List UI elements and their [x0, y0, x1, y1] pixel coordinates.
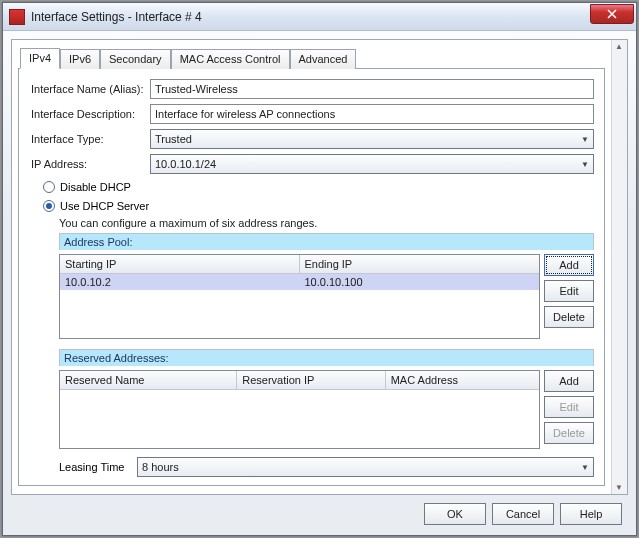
tab-advanced[interactable]: Advanced: [290, 49, 357, 69]
help-button[interactable]: Help: [560, 503, 622, 525]
reserved-table: Reserved Name Reservation IP MAC Address: [59, 370, 540, 449]
pool-body: 10.0.10.2 10.0.10.100: [60, 274, 539, 338]
reserved-body: [60, 390, 539, 448]
table-row[interactable]: 10.0.10.2 10.0.10.100: [60, 274, 539, 290]
label-interface-desc: Interface Description:: [31, 108, 146, 120]
pool-cell-start: 10.0.10.2: [60, 274, 300, 290]
tab-mac-access[interactable]: MAC Access Control: [171, 49, 290, 69]
combo-leasing-time[interactable]: 8 hours ▼: [137, 457, 594, 477]
tab-secondary[interactable]: Secondary: [100, 49, 171, 69]
radio-use-dhcp-row[interactable]: Use DHCP Server: [43, 200, 594, 212]
chevron-down-icon: ▼: [581, 135, 589, 144]
tab-ipv4[interactable]: IPv4: [20, 48, 60, 69]
radio-use-dhcp-label: Use DHCP Server: [60, 200, 149, 212]
app-icon: [9, 9, 25, 25]
tab-body: Interface Name (Alias): Interface Descri…: [18, 68, 605, 486]
ok-button[interactable]: OK: [424, 503, 486, 525]
combo-ip-address[interactable]: 10.0.10.1/24 ▼: [150, 154, 594, 174]
section-address-pool: Address Pool:: [59, 233, 594, 250]
pool-buttons: Add Edit Delete: [544, 254, 594, 339]
radio-disable-dhcp-label: Disable DHCP: [60, 181, 131, 193]
input-interface-name[interactable]: [150, 79, 594, 99]
input-interface-desc[interactable]: [150, 104, 594, 124]
dhcp-hint: You can configure a maximum of six addre…: [59, 217, 594, 229]
tabstrip: IPv4 IPv6 Secondary MAC Access Control A…: [18, 46, 605, 68]
titlebar: Interface Settings - Interface # 4: [3, 3, 636, 31]
radio-use-dhcp[interactable]: [43, 200, 55, 212]
row-interface-type: Interface Type: Trusted ▼: [31, 129, 594, 149]
dialog-window: Interface Settings - Interface # 4 IPv4 …: [2, 2, 637, 536]
address-pool-table: Starting IP Ending IP 10.0.10.2 10.0.10.…: [59, 254, 540, 339]
reserved-add-button[interactable]: Add: [544, 370, 594, 392]
reserved-header-row: Reserved Name Reservation IP MAC Address: [60, 371, 539, 390]
reserved-buttons: Add Edit Delete: [544, 370, 594, 449]
res-th-mac: MAC Address: [386, 371, 539, 389]
pane: IPv4 IPv6 Secondary MAC Access Control A…: [12, 40, 611, 494]
res-th-name: Reserved Name: [60, 371, 237, 389]
section-reserved: Reserved Addresses:: [59, 349, 594, 366]
pool-add-button[interactable]: Add: [544, 254, 594, 276]
dhcp-block: You can configure a maximum of six addre…: [59, 217, 594, 477]
leasing-row: Leasing Time 8 hours ▼: [59, 457, 594, 477]
main-area: IPv4 IPv6 Secondary MAC Access Control A…: [11, 39, 628, 495]
row-interface-desc: Interface Description:: [31, 104, 594, 124]
label-ip-address: IP Address:: [31, 158, 146, 170]
window-title: Interface Settings - Interface # 4: [31, 10, 590, 24]
pool-delete-button[interactable]: Delete: [544, 306, 594, 328]
row-ip-address: IP Address: 10.0.10.1/24 ▼: [31, 154, 594, 174]
combo-type-value: Trusted: [155, 133, 192, 145]
chevron-down-icon: ▼: [581, 160, 589, 169]
radio-disable-dhcp-row[interactable]: Disable DHCP: [43, 181, 594, 193]
reserved-delete-button[interactable]: Delete: [544, 422, 594, 444]
radio-disable-dhcp[interactable]: [43, 181, 55, 193]
label-interface-name: Interface Name (Alias):: [31, 83, 146, 95]
combo-leasing-value: 8 hours: [142, 461, 179, 473]
reserved-wrap: Reserved Name Reservation IP MAC Address…: [59, 370, 594, 449]
label-interface-type: Interface Type:: [31, 133, 146, 145]
footer: OK Cancel Help: [11, 495, 628, 527]
row-interface-name: Interface Name (Alias):: [31, 79, 594, 99]
label-leasing-time: Leasing Time: [59, 461, 131, 473]
chevron-down-icon: ▼: [581, 463, 589, 472]
reserved-edit-button[interactable]: Edit: [544, 396, 594, 418]
content-outer: IPv4 IPv6 Secondary MAC Access Control A…: [3, 31, 636, 535]
pool-th-start: Starting IP: [60, 255, 300, 273]
close-icon: [607, 9, 617, 19]
pool-header-row: Starting IP Ending IP: [60, 255, 539, 274]
combo-interface-type[interactable]: Trusted ▼: [150, 129, 594, 149]
cancel-button[interactable]: Cancel: [492, 503, 554, 525]
pool-edit-button[interactable]: Edit: [544, 280, 594, 302]
tab-ipv6[interactable]: IPv6: [60, 49, 100, 69]
address-pool-wrap: Starting IP Ending IP 10.0.10.2 10.0.10.…: [59, 254, 594, 339]
vertical-scrollbar[interactable]: [611, 40, 627, 494]
combo-ip-value: 10.0.10.1/24: [155, 158, 216, 170]
res-th-ip: Reservation IP: [237, 371, 385, 389]
pool-cell-end: 10.0.10.100: [300, 274, 540, 290]
close-button[interactable]: [590, 4, 634, 24]
pool-th-end: Ending IP: [300, 255, 540, 273]
